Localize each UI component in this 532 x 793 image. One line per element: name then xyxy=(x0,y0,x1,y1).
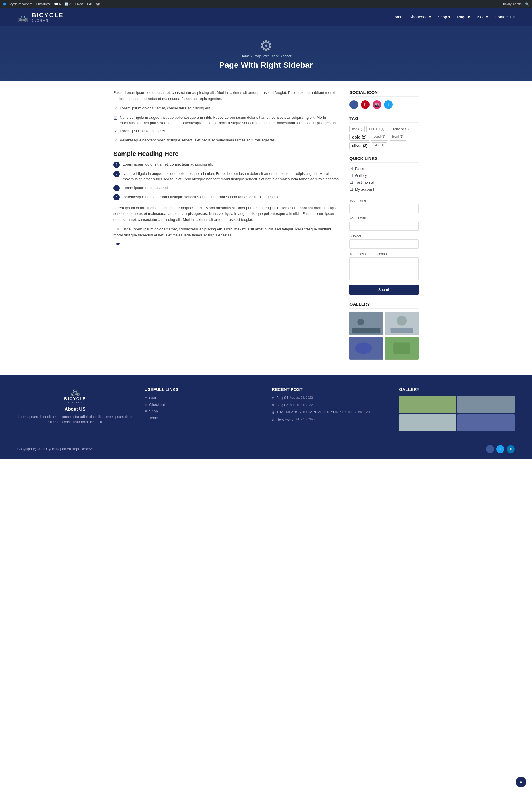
customize-link[interactable]: Customize xyxy=(36,2,51,6)
svg-rect-9 xyxy=(393,343,410,354)
intro-paragraph: Fusce Lorem ipsum dolor sit amet, consec… xyxy=(113,90,341,102)
nav-shop[interactable]: Shop ▾ xyxy=(438,15,451,19)
footer-links-list: Cart Checkout Shop Team xyxy=(145,396,260,420)
twitter-icon[interactable]: t xyxy=(384,100,393,109)
gallery-img-svg-4 xyxy=(385,337,419,360)
instagram-icon[interactable]: 📷 xyxy=(373,100,381,109)
nav-shortcode[interactable]: Shortcode ▾ xyxy=(410,15,431,19)
footer-twitter-icon[interactable]: t xyxy=(496,445,505,453)
new-content-link[interactable]: + New xyxy=(75,2,84,6)
tag-gold[interactable]: gold (2) xyxy=(349,134,369,141)
checklist: Lorem ipsum dolor sit amet, consectetur … xyxy=(113,106,341,144)
body-paragraph-1: Lorem ipsum dolor sit amet, consectetur … xyxy=(113,205,341,223)
footer-posts-title: Recent Post xyxy=(272,387,387,392)
gallery-image-4[interactable] xyxy=(385,337,419,360)
brand-name: BICYCLE xyxy=(32,12,64,19)
facebook-icon[interactable]: f xyxy=(349,100,358,109)
footer-about-title: About US xyxy=(17,407,133,412)
footer-linkedin-icon[interactable]: in xyxy=(507,445,515,453)
quick-links-list: Faq's Gallery Testimonial My account xyxy=(349,166,419,191)
nav-contact[interactable]: Contact Us xyxy=(495,15,515,19)
footer-about-text: Lorem ipsum dolor sit amet, consectetur … xyxy=(17,414,133,425)
edit-link[interactable]: Edit xyxy=(113,242,341,246)
submit-button[interactable]: Submit xyxy=(349,284,419,295)
num-badge-1: 1 xyxy=(113,162,120,168)
gear-icon: ⚙ xyxy=(260,37,273,54)
name-input[interactable] xyxy=(349,204,419,213)
footer-gallery-img-2[interactable] xyxy=(457,396,515,413)
footer-gallery-img-4[interactable] xyxy=(457,414,515,431)
svg-point-1 xyxy=(357,318,364,325)
num-badge-3: 3 xyxy=(113,185,120,191)
post-item-3: THAT MEANS YOU CARE ABOUT YOUR CYCLE Jun… xyxy=(272,410,387,414)
tag-cloth[interactable]: CLOTH (1) xyxy=(366,126,387,132)
footer-top: 🚲 BICYCLE SLOGAN About US Lorem ipsum do… xyxy=(17,387,515,431)
tag-local[interactable]: local (1) xyxy=(390,134,406,141)
tag-good[interactable]: good (1) xyxy=(371,134,388,141)
footer-logo: 🚲 BICYCLE SLOGAN xyxy=(17,387,133,404)
gallery-image-3[interactable] xyxy=(349,337,383,360)
tag-star[interactable]: star (1) xyxy=(372,142,387,149)
search-icon[interactable]: 🔍 xyxy=(525,2,529,6)
list-item-1: 1 Lorem ipsum dolor sit amet, consectetu… xyxy=(113,162,341,168)
footer-slogan: SLOGAN xyxy=(17,401,133,404)
edit-page-link[interactable]: Edit Page xyxy=(87,2,101,6)
gallery-img-svg-1 xyxy=(349,312,383,335)
contact-form-widget: Your name Your email Subject Your messag… xyxy=(349,199,419,295)
content-area: Fusce Lorem ipsum dolor sit amet, consec… xyxy=(113,90,341,367)
logo[interactable]: 🚲 BICYCLE SLOGAN xyxy=(17,12,64,22)
num-badge-4: 4 xyxy=(113,194,120,201)
wp-logo-icon[interactable]: 🔷 xyxy=(3,2,7,6)
footer-facebook-icon[interactable]: f xyxy=(486,445,494,453)
nav-home[interactable]: Home xyxy=(392,15,402,19)
footer-gallery-img-1[interactable] xyxy=(399,396,456,413)
num-badge-2: 2 xyxy=(113,171,120,177)
check-item-2: Nunc vel ligula in augue tristique pelle… xyxy=(113,115,341,126)
footer-gallery-img-3[interactable] xyxy=(399,414,456,431)
body-paragraph-2: Full Fusce Lorem ipsum dolor sit amet, c… xyxy=(113,226,341,239)
quicklinks-widget: QUICK LINKS Faq's Gallery Testimonial My… xyxy=(349,156,419,191)
nav-page[interactable]: Page ▾ xyxy=(457,15,470,19)
list-item-4: 4 Pellentesque habitant morbi tristique … xyxy=(113,194,341,201)
gallery-image-2[interactable] xyxy=(385,312,419,335)
subject-field: Subject xyxy=(349,234,419,248)
page-title: Page With Right Sidebar xyxy=(220,60,313,70)
numbered-list: 1 Lorem ipsum dolor sit amet, consectetu… xyxy=(113,162,341,201)
copyright-text: Copyright @ 2022 Cycle-Repair All Right … xyxy=(17,447,96,451)
updates-link[interactable]: 🔄 3 xyxy=(64,2,71,6)
post-item-2: Blog 03 August 24, 2022 xyxy=(272,403,387,407)
post-item-4: Hello world! May 13, 2022 xyxy=(272,418,387,422)
hero-section: ⚙ Home » Page With Right Sidebar Page Wi… xyxy=(0,26,532,81)
pinterest-icon[interactable]: P xyxy=(361,100,369,109)
footer-about-col: 🚲 BICYCLE SLOGAN About US Lorem ipsum do… xyxy=(17,387,133,431)
comments-link[interactable]: 💬 6 xyxy=(54,2,61,6)
site-name-link[interactable]: cycle-repair-pro xyxy=(11,2,32,6)
breadcrumb-home[interactable]: Home xyxy=(241,54,250,58)
subject-input[interactable] xyxy=(349,239,419,248)
footer-link-checkout: Checkout xyxy=(145,402,260,407)
name-label: Your name xyxy=(349,199,419,203)
check-item-3: Lorem ipsum dolor sit amet xyxy=(113,128,341,135)
nav-blog[interactable]: Blog ▾ xyxy=(477,15,488,19)
sidebar: Social Icon f P 📷 t Tag bad (1) CLOTH (1… xyxy=(349,90,419,367)
tag-silver[interactable]: silver (2) xyxy=(349,142,370,149)
message-textarea[interactable] xyxy=(349,257,419,280)
breadcrumb-current: Page With Right Sidebar xyxy=(254,54,291,58)
tag-diamond[interactable]: Diamond (1) xyxy=(389,126,412,132)
ql-gallery: Gallery xyxy=(349,173,419,178)
post-date-4: May 13, 2022 xyxy=(296,418,316,421)
email-input[interactable] xyxy=(349,222,419,231)
gallery-img-svg-2 xyxy=(385,312,419,335)
footer-logo-icon: 🚲 xyxy=(17,387,133,396)
logo-icon: 🚲 xyxy=(17,12,29,22)
gallery-image-1[interactable] xyxy=(349,312,383,335)
social-widget-title: Social Icon xyxy=(349,90,419,97)
breadcrumb: Home » Page With Right Sidebar xyxy=(241,54,292,58)
social-widget: Social Icon f P 📷 t xyxy=(349,90,419,109)
footer-link-team: Team xyxy=(145,416,260,420)
ql-myaccount: My account xyxy=(349,187,419,191)
main-nav: Home Shortcode ▾ Shop ▾ Page ▾ Blog ▾ Co… xyxy=(392,15,515,19)
svg-rect-5 xyxy=(391,328,413,333)
gallery-widget-title: Gallery xyxy=(349,301,419,309)
tag-bad[interactable]: bad (1) xyxy=(349,126,365,132)
